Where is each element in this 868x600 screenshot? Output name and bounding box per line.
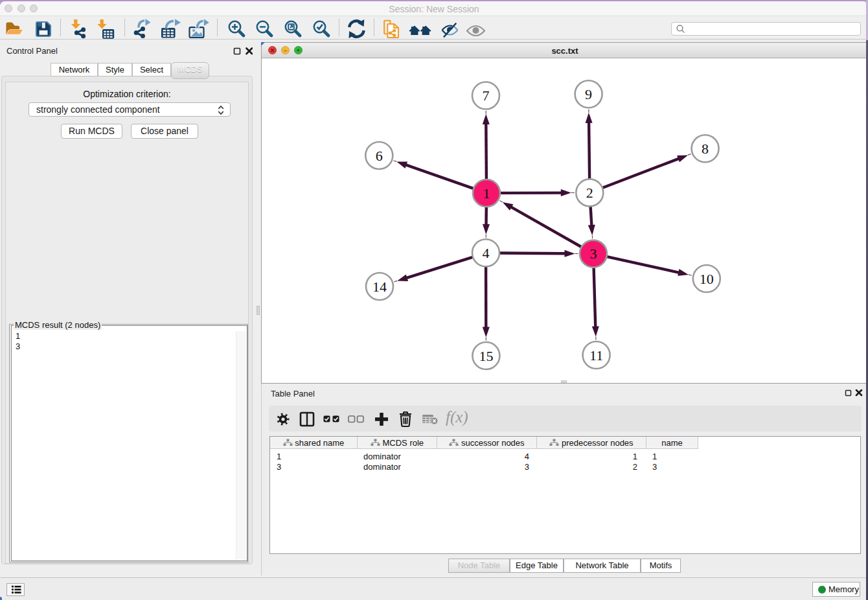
svg-text:14: 14 <box>372 279 387 295</box>
svg-text:3: 3 <box>590 246 597 262</box>
svg-text:9: 9 <box>585 86 592 102</box>
svg-text:11: 11 <box>589 347 603 363</box>
svg-text:6: 6 <box>376 148 383 164</box>
svg-text:10: 10 <box>700 271 714 287</box>
svg-text:7: 7 <box>483 87 490 104</box>
svg-text:8: 8 <box>702 141 709 157</box>
svg-text:15: 15 <box>479 348 493 364</box>
svg-text:2: 2 <box>586 185 593 201</box>
svg-text:1: 1 <box>483 185 490 202</box>
svg-text:4: 4 <box>483 245 490 261</box>
